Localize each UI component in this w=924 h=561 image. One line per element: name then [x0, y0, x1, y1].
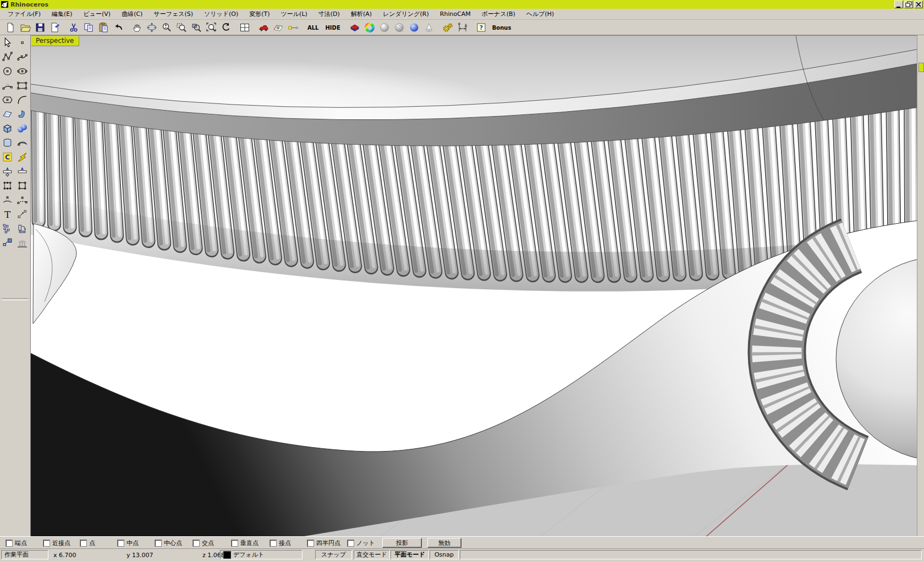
new-file-button[interactable] — [3, 21, 17, 34]
save-floppy-button[interactable] — [33, 21, 47, 34]
car-button[interactable] — [256, 21, 270, 34]
arc-button[interactable] — [1, 79, 14, 92]
hide-button[interactable]: HIDE — [322, 21, 343, 34]
control-points-off-button[interactable] — [15, 179, 29, 193]
spotlight-cone-button[interactable] — [422, 21, 436, 34]
osnap-checkbox-7[interactable] — [231, 540, 238, 547]
export-page-button[interactable] — [48, 21, 62, 34]
dimension-button[interactable] — [456, 21, 470, 34]
menu-item-12[interactable]: RhinoCAM — [435, 9, 476, 19]
menu-item-5[interactable]: サーフェス(S) — [148, 9, 199, 19]
osnap-checkbox-2[interactable] — [43, 540, 50, 547]
rendered-sphere-button[interactable] — [408, 21, 421, 34]
handle-curve-button[interactable] — [15, 193, 29, 207]
disable-button[interactable]: 無効 — [427, 538, 461, 548]
zoom-selected-button[interactable] — [189, 21, 203, 34]
circle-button[interactable] — [1, 64, 14, 78]
menu-item-1[interactable]: ファイル(F) — [2, 9, 46, 19]
osnap-checkbox-1[interactable] — [6, 540, 13, 547]
undo-arrow-button[interactable] — [111, 21, 125, 34]
zoom-extents-button[interactable] — [204, 21, 218, 34]
select-arrow-button[interactable] — [1, 36, 14, 50]
lights-button[interactable] — [15, 236, 29, 250]
menu-item-7[interactable]: 変形(T) — [244, 9, 275, 19]
shaded-sphere-button[interactable] — [378, 21, 392, 34]
cut-scissors-button[interactable] — [67, 21, 80, 34]
planar-pane[interactable]: 平面モード — [391, 550, 429, 559]
docked-toolbar-tab[interactable] — [919, 63, 924, 72]
adjust-end-bulge-button[interactable] — [1, 193, 14, 207]
sphere-pair-button[interactable] — [15, 122, 29, 135]
curve-button[interactable] — [15, 50, 29, 64]
control-points-on-button[interactable] — [1, 179, 14, 193]
menu-item-9[interactable]: 寸法(D) — [313, 9, 345, 19]
cylinder-button[interactable] — [1, 136, 14, 150]
osnap-pane[interactable]: Osnap — [430, 550, 459, 559]
split-button[interactable] — [1, 164, 14, 178]
open-folder-button[interactable] — [18, 21, 32, 34]
osnap-checkbox-10[interactable] — [347, 540, 354, 547]
menu-item-4[interactable]: 曲線(C) — [116, 9, 148, 19]
polyline-button[interactable] — [1, 50, 14, 64]
menu-item-13[interactable]: ボーナス(B) — [476, 9, 521, 19]
trim-button[interactable] — [15, 164, 29, 178]
shade-flag-button[interactable] — [348, 21, 362, 34]
menu-item-10[interactable]: 解析(A) — [345, 9, 377, 19]
menu-item-6[interactable]: ソリッド(O) — [199, 9, 244, 19]
ellipse-button[interactable] — [15, 64, 29, 78]
osnap-checkbox-3[interactable] — [80, 540, 87, 547]
bonus-button[interactable]: Bonus — [490, 21, 514, 34]
surface-patch-button[interactable] — [1, 107, 14, 121]
viewport-3d-scene[interactable] — [31, 36, 917, 536]
minimize-button[interactable] — [894, 1, 903, 8]
copy-pages-button[interactable] — [81, 21, 95, 34]
paste-clipboard-button[interactable] — [96, 21, 110, 34]
osnap-checkbox-5[interactable] — [155, 540, 162, 547]
menu-item-8[interactable]: ツール(L) — [276, 9, 313, 19]
zoom-window-button[interactable] — [174, 21, 188, 34]
rectangle-button[interactable] — [15, 79, 29, 92]
project-button[interactable]: 投影 — [382, 538, 422, 548]
gears-button[interactable] — [441, 21, 455, 34]
layer-pane[interactable]: デフォルト — [220, 550, 302, 559]
osnap-checkbox-6[interactable] — [193, 540, 200, 547]
menu-item-14[interactable]: ヘルプ(H) — [521, 9, 560, 19]
close-button[interactable] — [914, 1, 923, 8]
ortho-pane[interactable]: 直交モード — [354, 550, 390, 559]
osnap-checkbox-4[interactable] — [117, 540, 124, 547]
viewport-layout-button[interactable] — [238, 21, 251, 34]
text-button[interactable]: T — [1, 207, 14, 221]
fillet-curve-button[interactable] — [15, 93, 29, 107]
help-button[interactable]: ? — [475, 21, 488, 34]
cage-edit-button[interactable]: C — [1, 150, 14, 164]
cplane-widget-button[interactable] — [286, 21, 300, 34]
zoom-dynamic-button[interactable] — [160, 21, 173, 34]
pan-hand-button[interactable] — [130, 21, 144, 34]
polygon-button[interactable] — [1, 93, 14, 107]
menu-item-11[interactable]: レンダリング(R) — [377, 9, 435, 19]
point-button[interactable] — [15, 36, 29, 50]
surface-bend-button[interactable] — [15, 107, 29, 121]
array-button[interactable] — [1, 222, 14, 235]
move-uvn-button[interactable] — [15, 207, 29, 221]
snap-pane[interactable]: スナップ — [315, 550, 352, 559]
orbit-rotate-button[interactable] — [145, 21, 158, 34]
menu-item-2[interactable]: 編集(E) — [46, 9, 78, 19]
menu-item-3[interactable]: ビュー(V) — [78, 9, 117, 19]
zoom-all-button[interactable]: ALL — [305, 21, 321, 34]
color-wheel-button[interactable] — [363, 21, 377, 34]
explode-button[interactable] — [15, 150, 29, 164]
osnap-checkbox-9[interactable] — [307, 540, 314, 547]
orient-button[interactable] — [15, 222, 29, 235]
cplane-pane[interactable]: 作業平面 — [1, 550, 48, 559]
xray-sphere-button[interactable] — [393, 21, 406, 34]
perspective-viewport[interactable]: Perspective — [30, 35, 917, 536]
osnap-checkbox-8[interactable] — [270, 540, 277, 547]
cplane-surface-button[interactable] — [271, 21, 285, 34]
restore-button[interactable] — [904, 1, 913, 8]
flow-surface-button[interactable] — [15, 136, 29, 150]
box-button[interactable] — [1, 122, 14, 135]
undo-view-button[interactable] — [219, 21, 233, 34]
viewport-title-tab[interactable]: Perspective — [31, 36, 79, 46]
scale-button[interactable] — [1, 236, 14, 250]
